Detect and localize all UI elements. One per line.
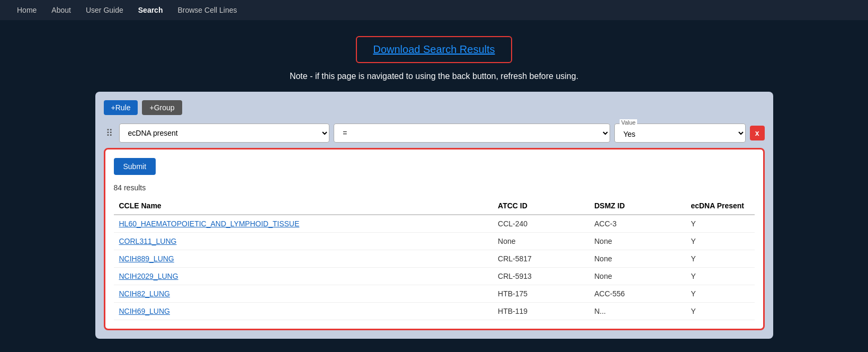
results-table: CCLE Name ATCC ID DSMZ ID ecDNA Present …	[114, 197, 755, 320]
ccle-link[interactable]: NCIH82_LUNG	[119, 289, 170, 298]
cell-atcc: None	[493, 233, 589, 250]
table-row: CORL311_LUNGNoneNoneY	[114, 233, 755, 250]
table-row: NCIH69_LUNGHTB-119N...Y	[114, 303, 755, 320]
query-row: ⠿ ecDNA present =!=>< Value YesNo x	[104, 124, 765, 143]
remove-rule-button[interactable]: x	[750, 126, 765, 140]
table-header-row: CCLE Name ATCC ID DSMZ ID ecDNA Present	[114, 197, 755, 215]
drag-handle-icon[interactable]: ⠿	[104, 127, 115, 139]
nav-item-search[interactable]: Search	[132, 2, 169, 19]
table-row: NCIH82_LUNGHTB-175ACC-556Y	[114, 285, 755, 303]
query-builder-panel: +Rule +Group ⠿ ecDNA present =!=>< Value…	[95, 92, 773, 339]
cell-ecdna: Y	[685, 268, 754, 285]
cell-ccle: NCIH82_LUNG	[114, 285, 493, 303]
submit-button[interactable]: Submit	[114, 158, 156, 175]
cell-dsmz: ACC-556	[589, 285, 685, 303]
results-count: 84 results	[114, 183, 755, 192]
nav-item-home[interactable]: Home	[11, 2, 43, 19]
download-container: Download Search Results	[356, 36, 512, 63]
nav-item-browse-cell-lines[interactable]: Browse Cell Lines	[171, 2, 243, 19]
nav-item-about[interactable]: About	[45, 2, 77, 19]
ccle-link[interactable]: NCIH2029_LUNG	[119, 272, 178, 280]
table-row: NCIH889_LUNGCRL-5817NoneY	[114, 250, 755, 268]
query-buttons: +Rule +Group	[104, 100, 765, 115]
col-header-ecdna: ecDNA Present	[685, 197, 754, 215]
cell-ecdna: Y	[685, 215, 754, 233]
cell-ccle: NCIH2029_LUNG	[114, 268, 493, 285]
note-text: Note - if this page is navigated to usin…	[290, 72, 578, 81]
cell-ccle: CORL311_LUNG	[114, 233, 493, 250]
cell-atcc: HTB-175	[493, 285, 589, 303]
results-panel: Submit 84 results CCLE Name ATCC ID DSMZ…	[104, 148, 765, 330]
value-wrapper: Value YesNo	[614, 124, 746, 143]
field-select[interactable]: ecDNA present	[119, 124, 330, 143]
cell-ecdna: Y	[685, 250, 754, 268]
cell-dsmz: ACC-3	[589, 215, 685, 233]
cell-ecdna: Y	[685, 285, 754, 303]
ccle-link[interactable]: NCIH889_LUNG	[119, 254, 174, 263]
value-select[interactable]: YesNo	[614, 124, 746, 143]
cell-atcc: CRL-5817	[493, 250, 589, 268]
table-row: NCIH2029_LUNGCRL-5913NoneY	[114, 268, 755, 285]
cell-ccle: HL60_HAEMATOPOIETIC_AND_LYMPHOID_TISSUE	[114, 215, 493, 233]
nav-item-user-guide[interactable]: User Guide	[79, 2, 130, 19]
navbar: HomeAboutUser GuideSearchBrowse Cell Lin…	[0, 0, 868, 20]
ccle-link[interactable]: HL60_HAEMATOPOIETIC_AND_LYMPHOID_TISSUE	[119, 219, 300, 228]
add-rule-button[interactable]: +Rule	[104, 100, 138, 115]
cell-dsmz: None	[589, 233, 685, 250]
ccle-link[interactable]: NCIH69_LUNG	[119, 307, 170, 315]
ccle-link[interactable]: CORL311_LUNG	[119, 237, 177, 245]
col-header-atcc: ATCC ID	[493, 197, 589, 215]
download-search-results-link[interactable]: Download Search Results	[373, 43, 495, 55]
cell-atcc: CRL-5913	[493, 268, 589, 285]
table-row: HL60_HAEMATOPOIETIC_AND_LYMPHOID_TISSUEC…	[114, 215, 755, 233]
cell-ccle: NCIH889_LUNG	[114, 250, 493, 268]
value-label: Value	[620, 119, 637, 126]
add-group-button[interactable]: +Group	[142, 100, 182, 115]
cell-ecdna: Y	[685, 303, 754, 320]
cell-dsmz: N...	[589, 303, 685, 320]
operator-select[interactable]: =!=><	[334, 124, 610, 143]
col-header-ccle: CCLE Name	[114, 197, 493, 215]
cell-ccle: NCIH69_LUNG	[114, 303, 493, 320]
cell-atcc: HTB-119	[493, 303, 589, 320]
cell-ecdna: Y	[685, 233, 754, 250]
col-header-dsmz: DSMZ ID	[589, 197, 685, 215]
main-content: Download Search Results Note - if this p…	[0, 20, 868, 349]
cell-atcc: CCL-240	[493, 215, 589, 233]
cell-dsmz: None	[589, 268, 685, 285]
cell-dsmz: None	[589, 250, 685, 268]
